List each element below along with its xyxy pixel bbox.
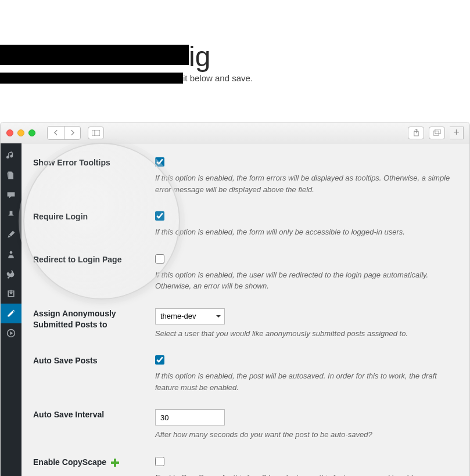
setting-row-auto-save-interval: Auto Save Interval After how many second… (33, 401, 458, 449)
setting-row-require-login: Require Login If this option is enabled,… (33, 203, 458, 246)
auto-save-interval-input[interactable] (155, 409, 225, 425)
svg-point-5 (10, 251, 13, 254)
new-tab-button[interactable]: + (450, 127, 464, 139)
setting-label: Enable CopyScape (33, 457, 155, 477)
forward-button[interactable] (64, 127, 80, 139)
setting-label: Auto Save Posts (33, 355, 155, 393)
setting-row-redirect-login: Redirect to Login Page If this option is… (33, 246, 458, 300)
close-window-button[interactable] (6, 129, 13, 136)
nav-button-group (47, 126, 81, 140)
setting-row-assign-posts: Assign Anonymously Submitted Posts to th… (33, 300, 458, 348)
setting-description: After how many seconds do you want the p… (155, 429, 458, 441)
sidebar-item-users[interactable] (1, 244, 21, 264)
setting-label: Assign Anonymously Submitted Posts to (33, 308, 155, 340)
setting-label: Auto Save Interval (33, 409, 155, 441)
obscured-title-bar (0, 45, 189, 65)
settings-panel: Show Error Tooltips If this option is en… (21, 143, 469, 476)
plus-icon (111, 459, 119, 467)
require-login-checkbox[interactable] (155, 211, 164, 221)
sidebar-item-pin[interactable] (1, 205, 21, 225)
tabs-button[interactable] (429, 127, 445, 139)
setting-label: Show Error Tooltips (33, 157, 155, 195)
sidebar-item-appearance[interactable] (1, 225, 21, 244)
sidebar-item-current[interactable] (1, 304, 21, 323)
back-button[interactable] (48, 127, 64, 139)
setting-row-error-tooltips: Show Error Tooltips If this option is en… (33, 149, 458, 203)
sidebar-item-comments[interactable] (1, 185, 21, 205)
setting-label: Require Login (33, 211, 155, 238)
svg-rect-0 (92, 130, 100, 136)
redirect-login-checkbox[interactable] (155, 254, 164, 264)
browser-window: + Show Error Tooltips If this option is … (0, 122, 470, 476)
svg-rect-4 (435, 129, 440, 134)
sidebar-toggle-button[interactable] (88, 127, 104, 139)
page-subtitle-suffix: it below and save. (183, 73, 253, 83)
setting-description: If this option is enabled, the post will… (155, 370, 458, 393)
setting-description: If this option is enabled, the form will… (155, 226, 458, 238)
sidebar-item-media[interactable] (1, 146, 21, 165)
setting-description: Select a user that you would like anonym… (155, 328, 458, 340)
obscured-subtitle-bar (0, 73, 183, 84)
page-title-suffix: ig (189, 41, 210, 73)
maximize-window-button[interactable] (28, 129, 35, 136)
setting-description: If this option is enabled, the form erro… (155, 172, 458, 195)
sidebar-item-tools[interactable] (1, 264, 21, 284)
setting-description: If this option is enabled, the user will… (155, 269, 458, 292)
share-button[interactable] (408, 127, 424, 139)
minimize-window-button[interactable] (17, 129, 24, 136)
sidebar-item-import[interactable] (1, 284, 21, 304)
assign-user-select[interactable]: theme-dev (155, 308, 225, 324)
svg-rect-3 (433, 131, 439, 135)
copyscape-checkbox[interactable] (155, 457, 164, 466)
window-controls (6, 129, 35, 136)
sidebar-item-play[interactable] (1, 323, 21, 343)
setting-row-copyscape: Enable CopyScape Enable CopyScape for th… (33, 449, 458, 477)
setting-row-auto-save: Auto Save Posts If this option is enable… (33, 347, 458, 401)
setting-label: Redirect to Login Page (33, 254, 155, 292)
admin-sidebar (1, 143, 21, 476)
sidebar-item-pages[interactable] (1, 165, 21, 185)
auto-save-checkbox[interactable] (155, 355, 164, 365)
setting-description: Enable CopyScape for this form? In order… (155, 472, 458, 477)
error-tooltips-checkbox[interactable] (155, 157, 164, 167)
browser-titlebar: + (1, 122, 469, 143)
